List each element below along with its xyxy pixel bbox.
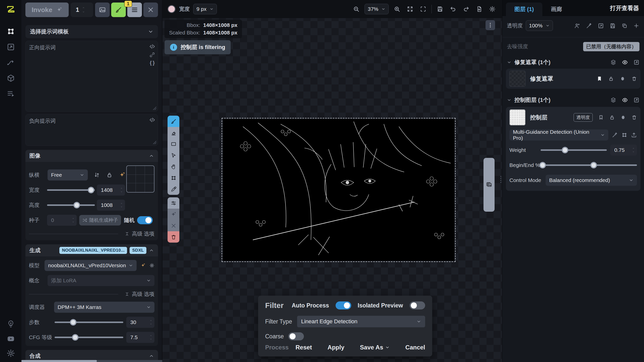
opacity-select[interactable]: 100%: [526, 20, 553, 31]
frame-icon[interactable]: [633, 97, 639, 103]
cfg-input[interactable]: 7.5: [126, 332, 154, 343]
bookmark-icon[interactable]: [598, 115, 604, 120]
stepper-up-icon[interactable]: [632, 147, 635, 149]
steps-slider[interactable]: [55, 317, 123, 328]
resize-handle-icon[interactable]: [153, 141, 157, 145]
copy-icon[interactable]: [621, 23, 628, 29]
model-select[interactable]: noobaiXLNAIXL_vPred10Version: [45, 260, 136, 271]
negative-prompt-box[interactable]: 负向提示词: [25, 114, 158, 146]
generation-advanced-options[interactable]: 高级 选项: [29, 291, 154, 298]
redo-button[interactable]: [461, 4, 471, 14]
stepper-up-icon[interactable]: [149, 335, 152, 337]
mask-fill-icon[interactable]: [620, 76, 625, 81]
nav-queue-icon[interactable]: [7, 89, 15, 98]
end-slider-thumb[interactable]: [590, 162, 597, 168]
wand-icon[interactable]: [612, 132, 618, 138]
upload-icon[interactable]: [631, 132, 637, 138]
canvas-workspace[interactable]: 宽度 9 px 37% Bbox: 1408×1008 px S: [163, 0, 502, 362]
resize-handle-icon[interactable]: [153, 106, 157, 110]
nav-models-icon[interactable]: [7, 74, 15, 82]
gallery-peek-handle[interactable]: [484, 158, 495, 212]
nav-workflows-icon[interactable]: [7, 58, 15, 67]
prompt-template-selector[interactable]: 选择提示词模板: [25, 25, 158, 38]
link-concat-icon[interactable]: [149, 52, 155, 58]
image-section-header[interactable]: 图像: [25, 150, 158, 162]
brush-color-swatch[interactable]: [168, 5, 176, 13]
pan-tool-button[interactable]: [168, 161, 179, 172]
queue-count-input[interactable]: 1: [71, 3, 93, 17]
save-icon[interactable]: [610, 23, 616, 29]
control-layer-card[interactable]: 控制层 透明度 Multi-Guidance Detection (Union …: [506, 107, 640, 191]
close-button[interactable]: [143, 3, 158, 17]
trash-icon[interactable]: [631, 115, 637, 120]
height-slider-thumb[interactable]: [73, 202, 80, 208]
steps-slider-thumb[interactable]: [70, 319, 76, 326]
open-viewer-link[interactable]: 打开查看器: [610, 4, 639, 12]
inpaint-mask-layer-card[interactable]: 修复遮罩: [506, 69, 640, 89]
filter-type-select[interactable]: Lineart Edge Detection: [297, 316, 425, 327]
color-picker-tool-button[interactable]: [168, 184, 179, 195]
resize-icon[interactable]: [598, 23, 604, 29]
stepper-up-icon[interactable]: [82, 7, 85, 9]
stepper-up-icon[interactable]: [72, 217, 75, 219]
lock-aspect-icon[interactable]: [106, 172, 112, 178]
stepper-up-icon[interactable]: [120, 202, 123, 204]
stepper-up-icon[interactable]: [120, 187, 123, 189]
code-embed-icon[interactable]: [149, 117, 155, 123]
swap-dimensions-icon[interactable]: [94, 172, 100, 178]
stepper-down-icon[interactable]: [72, 221, 75, 223]
begin-end-slider[interactable]: [541, 160, 637, 171]
merge-layers-icon[interactable]: [574, 23, 580, 29]
scrollbar-thumb[interactable]: [21, 360, 97, 362]
steps-input[interactable]: 30: [126, 317, 154, 328]
braces-icon[interactable]: { }: [150, 60, 155, 66]
launchpad-image-button[interactable]: [95, 3, 110, 17]
process-button[interactable]: Process: [265, 344, 289, 351]
positive-prompt-box[interactable]: 正向提示词 { }: [25, 41, 158, 112]
randomize-seed-button[interactable]: 随机生成种子: [79, 215, 121, 225]
layers-icon[interactable]: [610, 97, 616, 103]
brush-tool-button[interactable]: [168, 116, 179, 127]
trash-icon[interactable]: [631, 76, 637, 81]
stepper-down-icon[interactable]: [149, 338, 152, 340]
width-input[interactable]: 1408: [97, 185, 125, 196]
height-slider[interactable]: [47, 200, 95, 211]
lock-icon[interactable]: [608, 76, 614, 81]
invoke-button[interactable]: Invoke: [25, 3, 69, 17]
transform-icon[interactable]: [621, 132, 627, 138]
settings-gear-icon[interactable]: [7, 349, 15, 357]
scheduler-select[interactable]: DPM++ 3M Karras: [54, 302, 154, 313]
save-canvas-button[interactable]: [435, 4, 445, 14]
reset-button[interactable]: Reset: [296, 344, 312, 351]
cancel-tool-button[interactable]: [168, 220, 179, 231]
canvas-brush-mode-button[interactable]: [111, 3, 126, 17]
visibility-eye-icon[interactable]: [622, 59, 628, 65]
height-input[interactable]: 1008: [97, 200, 125, 211]
control-layers-section-header[interactable]: 控制图层 (1个): [502, 96, 644, 104]
lora-select[interactable]: 添加 LoRA: [48, 275, 154, 286]
wand-icon[interactable]: [586, 23, 592, 29]
layers-icon[interactable]: [610, 59, 616, 65]
weight-slider-thumb[interactable]: [562, 147, 568, 153]
help-bulb-icon[interactable]: [7, 320, 15, 328]
new-session-button[interactable]: [474, 4, 484, 14]
canvas-settings-button[interactable]: [488, 4, 497, 14]
generation-section-header[interactable]: 生成 NOOBAIXLNAIXL_VPRED10... SDXL: [25, 244, 158, 256]
stepper-down-icon[interactable]: [120, 191, 123, 193]
save-as-button[interactable]: Save As: [360, 344, 390, 351]
eraser-tool-button[interactable]: [168, 127, 179, 138]
lock-icon[interactable]: [609, 115, 615, 120]
width-slider-thumb[interactable]: [88, 187, 94, 193]
add-layer-icon[interactable]: [633, 23, 639, 29]
fit-bbox-button[interactable]: [418, 4, 428, 14]
stepper-down-icon[interactable]: [149, 323, 152, 325]
random-seed-toggle[interactable]: [137, 216, 153, 224]
weight-input[interactable]: 0.75: [610, 145, 637, 156]
visibility-eye-icon[interactable]: [622, 97, 628, 103]
canvas-image-lineart[interactable]: [223, 119, 454, 261]
zoom-in-button[interactable]: [392, 4, 402, 14]
zoom-level-select[interactable]: 37%: [365, 4, 389, 14]
cancel-button[interactable]: Cancel: [405, 344, 425, 351]
stepper-down-icon[interactable]: [82, 11, 85, 13]
nav-upscale-icon[interactable]: [7, 43, 15, 51]
